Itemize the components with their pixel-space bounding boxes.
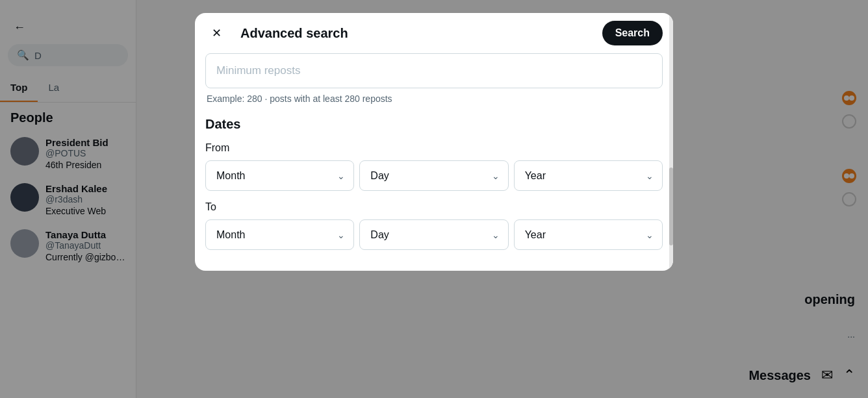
- to-year-select[interactable]: Year 202320222021 202020192018: [514, 219, 663, 250]
- to-day-select[interactable]: Day 1234 5101520 2531: [359, 219, 508, 250]
- dates-section-title: Dates: [205, 117, 663, 132]
- to-month-wrapper: Month JanuaryFebruaryMarch AprilMayJune …: [205, 219, 354, 250]
- modal-scrollbar: [669, 13, 673, 271]
- to-day-wrapper: Day 1234 5101520 2531 ⌄: [359, 219, 508, 250]
- from-year-wrapper: Year 202320222021 202020192018 ⌄: [514, 160, 663, 191]
- modal-scrollbar-thumb: [669, 168, 673, 245]
- close-icon: ✕: [212, 26, 222, 40]
- search-button[interactable]: Search: [602, 21, 663, 45]
- to-month-select[interactable]: Month JanuaryFebruaryMarch AprilMayJune …: [205, 219, 354, 250]
- from-month-wrapper: Month JanuaryFebruaryMarch AprilMayJune …: [205, 160, 354, 191]
- from-day-select[interactable]: Day 1234 5101520 2531: [359, 160, 508, 191]
- to-date-row: Month JanuaryFebruaryMarch AprilMayJune …: [205, 219, 663, 250]
- min-reposts-input[interactable]: [205, 53, 663, 88]
- from-date-row: Month JanuaryFebruaryMarch AprilMayJune …: [205, 160, 663, 191]
- reposts-example-text: Example: 280 · posts with at least 280 r…: [205, 93, 663, 104]
- to-label: To: [205, 201, 663, 213]
- to-year-wrapper: Year 202320222021 202020192018 ⌄: [514, 219, 663, 250]
- modal-overlay: ✕ Advanced search Search Example: 280 · …: [0, 0, 868, 398]
- advanced-search-modal: ✕ Advanced search Search Example: 280 · …: [195, 13, 673, 271]
- from-day-wrapper: Day 1234 5101520 2531 ⌄: [359, 160, 508, 191]
- from-year-select[interactable]: Year 202320222021 202020192018: [514, 160, 663, 191]
- modal-header: ✕ Advanced search Search: [195, 13, 673, 53]
- from-label: From: [205, 142, 663, 154]
- close-button[interactable]: ✕: [205, 22, 227, 44]
- from-month-select[interactable]: Month JanuaryFebruaryMarch AprilMayJune …: [205, 160, 354, 191]
- modal-title: Advanced search: [240, 26, 348, 41]
- modal-body: Example: 280 · posts with at least 280 r…: [195, 53, 673, 271]
